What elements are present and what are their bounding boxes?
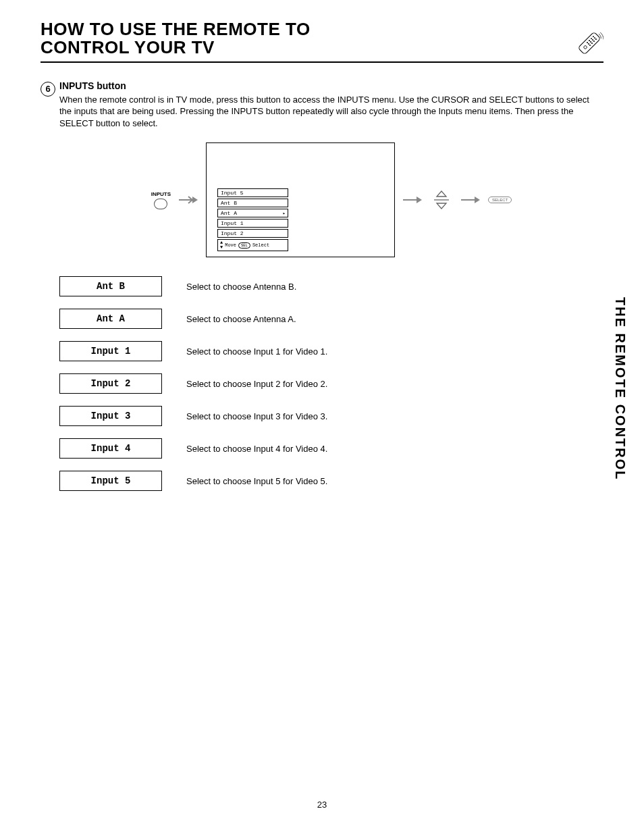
section-paragraph: When the remote control is in TV mode, p… bbox=[59, 94, 603, 130]
page-title: HOW TO USE THE REMOTE TO CONTROL YOUR TV bbox=[41, 20, 311, 57]
option-label: Input 1 bbox=[59, 341, 162, 361]
inputs-button-illustration: INPUTS bbox=[151, 191, 171, 209]
inputs-menu: Input 5 Ant B Ant A Input 1 Input 2 ▲▼ M… bbox=[217, 188, 288, 251]
option-row: Input 3 Select to choose Input 3 for Vid… bbox=[59, 406, 603, 426]
option-desc: Select to choose Input 4 for Video 4. bbox=[186, 444, 327, 454]
option-row: Ant B Select to choose Antenna B. bbox=[59, 276, 603, 296]
manual-page: HOW TO USE THE REMOTE TO CONTROL YOUR TV… bbox=[0, 0, 644, 834]
workflow-diagram: INPUTS Input 5 Ant B Ant A Input 1 Input… bbox=[59, 142, 603, 257]
option-row: Input 1 Select to choose Input 1 for Vid… bbox=[59, 341, 603, 361]
arrow-right-icon bbox=[461, 196, 480, 204]
option-label: Ant B bbox=[59, 276, 162, 296]
svg-point-12 bbox=[589, 44, 591, 46]
menu-item: Input 1 bbox=[217, 219, 288, 228]
svg-point-9 bbox=[591, 42, 593, 44]
svg-point-7 bbox=[589, 39, 591, 41]
option-desc: Select to choose Input 3 for Video 3. bbox=[186, 411, 327, 421]
option-desc: Select to choose Input 1 for Video 1. bbox=[186, 346, 327, 357]
option-desc: Select to choose Antenna B. bbox=[186, 282, 296, 292]
option-row: Input 5 Select to choose Input 5 for Vid… bbox=[59, 471, 603, 491]
inputs-button-shape bbox=[154, 199, 167, 209]
svg-point-6 bbox=[593, 40, 595, 42]
arrow-right-icon bbox=[403, 196, 422, 204]
remote-control-icon bbox=[575, 29, 603, 57]
cursor-nav-icon bbox=[430, 190, 453, 210]
svg-rect-0 bbox=[578, 32, 601, 55]
section-body: INPUTS button When the remote control is… bbox=[59, 80, 603, 504]
menu-footer: ▲▼ Move SEL Select bbox=[217, 239, 288, 251]
option-label: Input 5 bbox=[59, 471, 162, 491]
svg-point-2 bbox=[594, 36, 596, 38]
option-row: Input 2 Select to choose Input 2 for Vid… bbox=[59, 373, 603, 394]
step-number-badge: 6 bbox=[41, 82, 55, 97]
section-6: 6 INPUTS button When the remote control … bbox=[41, 80, 603, 504]
option-label: Input 4 bbox=[59, 438, 162, 459]
tv-screen-illustration: Input 5 Ant B Ant A Input 1 Input 2 ▲▼ M… bbox=[206, 142, 395, 257]
updown-icon: ▲▼ bbox=[220, 240, 223, 250]
inputs-button-label: INPUTS bbox=[151, 191, 171, 197]
menu-item-selected: Ant A bbox=[217, 209, 288, 217]
option-row: Ant A Select to choose Antenna A. bbox=[59, 309, 603, 329]
menu-item: Input 2 bbox=[217, 229, 288, 238]
menu-item: Input 5 bbox=[217, 188, 288, 197]
svg-point-5 bbox=[592, 38, 594, 41]
option-desc: Select to choose Input 2 for Video 2. bbox=[186, 379, 327, 389]
arrow-right-icon bbox=[179, 196, 198, 204]
select-button-illustration: SELECT bbox=[488, 197, 512, 203]
option-row: Input 4 Select to choose Input 4 for Vid… bbox=[59, 438, 603, 459]
title-line-1: HOW TO USE THE REMOTE TO bbox=[41, 19, 311, 39]
svg-point-3 bbox=[595, 38, 597, 40]
page-header: HOW TO USE THE REMOTE TO CONTROL YOUR TV bbox=[41, 20, 603, 63]
svg-point-13 bbox=[583, 45, 587, 49]
page-number: 23 bbox=[0, 800, 644, 810]
option-label: Ant A bbox=[59, 309, 162, 329]
svg-point-8 bbox=[590, 41, 592, 43]
section-heading: INPUTS button bbox=[59, 80, 603, 91]
svg-point-4 bbox=[591, 37, 593, 39]
sel-badge: SEL bbox=[238, 242, 250, 249]
menu-footer-select: Select bbox=[252, 242, 269, 248]
section-side-tab: THE REMOTE CONTROL bbox=[612, 297, 628, 481]
option-desc: Select to choose Input 5 for Video 5. bbox=[186, 476, 327, 486]
menu-item: Ant B bbox=[217, 199, 288, 207]
option-label: Input 2 bbox=[59, 373, 162, 394]
option-label: Input 3 bbox=[59, 406, 162, 426]
option-desc: Select to choose Antenna A. bbox=[186, 314, 296, 324]
title-line-2: CONTROL YOUR TV bbox=[41, 37, 215, 57]
svg-point-1 bbox=[593, 35, 595, 37]
menu-footer-move: Move bbox=[225, 242, 236, 248]
svg-point-11 bbox=[588, 43, 590, 45]
step-number: 6 bbox=[45, 84, 50, 94]
inputs-options-list: Ant B Select to choose Antenna B. Ant A … bbox=[59, 276, 603, 491]
svg-point-10 bbox=[587, 41, 589, 43]
